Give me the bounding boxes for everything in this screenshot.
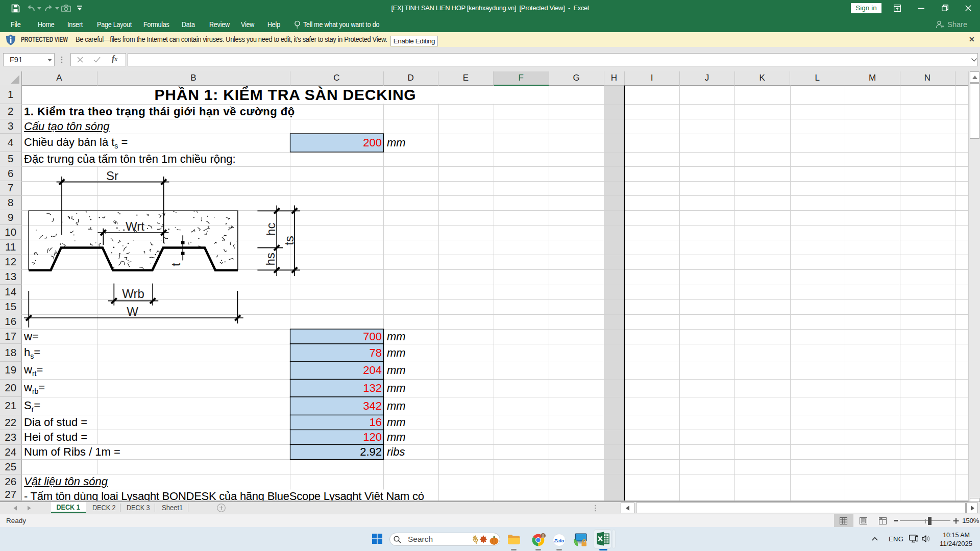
- svg-text:ts: ts: [282, 236, 296, 245]
- svg-text:t: t: [169, 263, 183, 266]
- svg-text:Zalo: Zalo: [554, 538, 565, 543]
- svg-text:W: W: [127, 305, 138, 318]
- svg-text:hs: hs: [263, 253, 277, 265]
- svg-text:Sr: Sr: [106, 169, 118, 183]
- svg-text:Wrt: Wrt: [126, 219, 144, 233]
- svg-text:Wrb: Wrb: [122, 287, 144, 300]
- svg-text:hc: hc: [264, 223, 278, 236]
